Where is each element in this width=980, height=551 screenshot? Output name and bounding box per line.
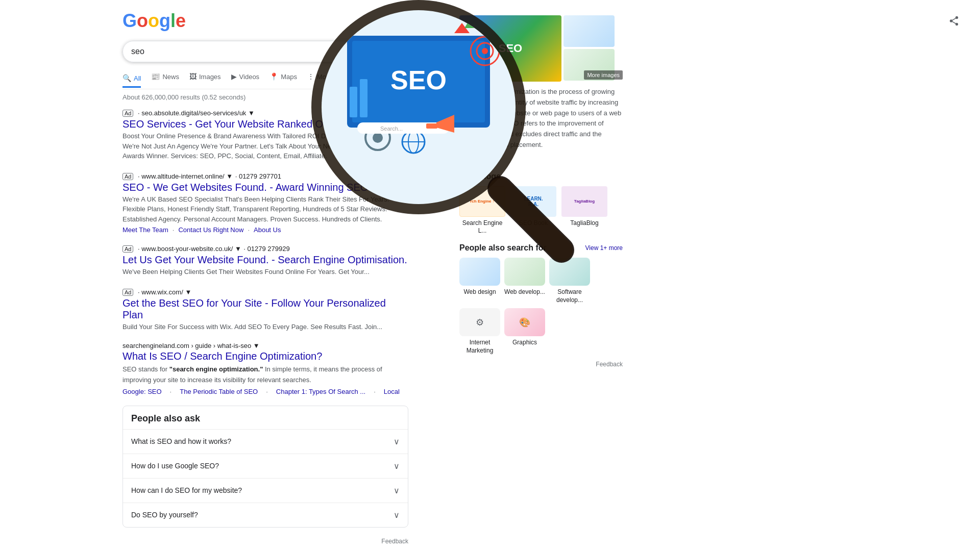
blogs-section-title: SEO blogs [459,172,623,181]
ad2-link-contact[interactable]: Contact Us Right Now [178,226,243,234]
maps-icon: 📍 [270,72,278,81]
paa-chevron-3: ∨ [394,486,400,495]
paa-chevron-4: ∨ [394,510,400,520]
main-seo-image[interactable]: SEO [459,15,561,82]
all-icon: 🔍 [122,74,131,82]
paa-chevron-2: ∨ [394,461,400,471]
nav-all[interactable]: 🔍 All [122,70,141,88]
ad2-phone: · 01279 297701 [235,172,281,180]
logo-o2: o [148,10,159,32]
ad1-url: Ad · seo.absolute.digital/seo-services/u… [122,108,408,117]
ad3-url-text: · www.boost-your-website.co.uk/ ▼ [138,245,241,253]
ad2-desc: We're A UK Based SEO Specialist That's B… [122,194,408,224]
paa-item-4[interactable]: Do SEO by yourself? ∨ [123,503,408,527]
seo-image-label: SEO [499,42,522,55]
ad-label-2: Ad [122,173,133,180]
ad2-link-meet[interactable]: Meet The Team [122,226,168,234]
org1-link-local[interactable]: Local [384,388,400,395]
search-bar[interactable]: ✕ 🎤 [122,41,415,62]
org1-desc: SEO stands for "search engine optimizati… [122,364,408,386]
also-label-software-dev: Software develop... [549,288,590,304]
nav-maps[interactable]: 📍 Maps [270,68,297,85]
people-also-ask-box: People also ask What is SEO and how it w… [122,406,408,528]
logo-o1: o [137,10,148,32]
ad4-desc: Build Your Site For Success with Wix. Ad… [122,322,408,332]
logo-e: e [176,10,186,32]
paa-item-1[interactable]: What is SEO and how it works? ∨ [123,429,408,454]
search-button[interactable] [420,42,429,61]
search-input[interactable] [131,47,371,56]
nav-tools[interactable]: Tools [393,69,408,85]
knowledge-images: SEO More images [459,15,623,82]
ad-label-4: Ad [122,289,133,296]
ad2-title[interactable]: SEO - We Get Websites Found. - Award Win… [122,182,408,193]
blog-item-2[interactable]: LEARN.R.A. SEO Book [510,186,556,235]
nav-all-label: All [134,74,141,82]
side-image-1[interactable] [564,15,615,47]
org1-link-periodic[interactable]: The Periodic Table of SEO [180,388,258,395]
also-search-title: People also search for [459,243,547,253]
org1-breadcrumb: searchengineland.com › guide › what-is-s… [122,342,260,349]
nav-news-label: News [162,73,179,81]
organic-result-1: searchengineland.com › guide › what-is-s… [122,342,408,395]
logo-g: G [122,10,137,32]
also-search-internet-marketing[interactable]: ⚙ Internet Marketing [459,308,500,355]
ad4-url-line: Ad · www.wix.com/ ▼ [122,287,408,296]
share-icon[interactable] [948,15,960,29]
ad4-title[interactable]: Get the Best SEO for Your Site - Follow … [122,297,408,321]
result-count: About 626,000,000 results (0.52 seconds) [122,93,408,101]
view-more-link[interactable]: View 1+ more [585,244,623,252]
also-search-web-dev[interactable]: Web develop... [504,258,545,304]
knowledge-panel: SEO More images Search engine optimizati… [459,15,623,368]
logo-g2: g [159,10,170,32]
search-bar-container: ✕ 🎤 [122,41,408,62]
ad1-title[interactable]: SEO Services - Get Your Website Ranked O… [122,118,408,130]
also-label-graphics: Graphics [512,339,537,347]
mic-icon[interactable]: 🎤 [396,46,407,57]
paa-question-1: What is SEO and how it works? [131,437,231,445]
org1-links: Google: SEO · The Periodic Table of SEO … [122,388,408,395]
ad3-desc: We've Been Helping Clients Get Their Web… [122,267,408,277]
clear-icon[interactable]: ✕ [371,46,379,57]
org1-link-google-seo[interactable]: Google: SEO [122,388,162,395]
ad-result-3: Ad · www.boost-your-website.co.uk/ ▼ · 0… [122,244,408,277]
nav-images[interactable]: 🖼 Images [189,68,221,85]
also-search-software-dev[interactable]: Software develop... [549,258,590,304]
nav-more[interactable]: ⋮ More [307,68,332,85]
also-search-web-design[interactable]: Web design [459,258,500,304]
nav-videos-label: Videos [239,73,260,81]
blog-item-1[interactable]: rch Engine ↑ Search Engine L... [459,186,505,235]
search-navigation: 🔍 All 📰 News 🖼 Images ▶ Videos 📍 Maps ⋮ … [122,68,408,89]
ad1-desc: Boost Your Online Presence & Brand Aware… [122,131,408,161]
feedback-main[interactable]: Feedback [122,538,408,545]
ad-result-4: Ad · www.wix.com/ ▼ Get the Best SEO for… [122,287,408,332]
also-label-internet-marketing: Internet Marketing [459,339,500,355]
org1-url-line: searchengineland.com › guide › what-is-s… [122,342,408,349]
paa-item-2[interactable]: How do I use Google SEO? ∨ [123,454,408,478]
ad3-title[interactable]: Let Us Get Your Website Found. - Search … [122,254,408,266]
ad-label-3: Ad [122,245,133,253]
nav-right: Settings Tools [361,69,408,85]
also-img-internet-marketing: ⚙ [459,308,500,336]
blog-label-1: Search Engine L... [459,219,505,235]
nav-news[interactable]: 📰 News [151,68,179,85]
nav-maps-label: Maps [281,73,297,81]
search-icon [420,47,429,56]
also-search-header: People also search for View 1+ more [459,243,623,253]
nav-videos[interactable]: ▶ Videos [231,68,260,85]
ad2-links: Meet The Team · Contact Us Right Now · A… [122,226,408,234]
blog-img-3: TagliaBlog [561,186,607,217]
panel-feedback[interactable]: Feedback [459,361,623,368]
more-images-button[interactable]: More images [584,70,623,80]
blog-item-3[interactable]: TagliaBlog TagliaBlog [561,186,607,235]
wikipedia-link[interactable]: Wikipedia [459,156,488,163]
blog-label-3: TagliaBlog [570,219,598,228]
blog-img-1: rch Engine ↑ [459,186,505,217]
logo-l: l [170,10,176,32]
nav-settings[interactable]: Settings [361,69,385,85]
org1-title[interactable]: What Is SEO / Search Engine Optimization… [122,350,408,362]
also-search-graphics[interactable]: 🎨 Graphics [504,308,545,355]
paa-item-3[interactable]: How can I do SEO for my website? ∨ [123,478,408,503]
org1-link-types[interactable]: Chapter 1: Types Of Search ... [276,388,365,395]
ad2-link-about[interactable]: About Us [254,226,281,234]
